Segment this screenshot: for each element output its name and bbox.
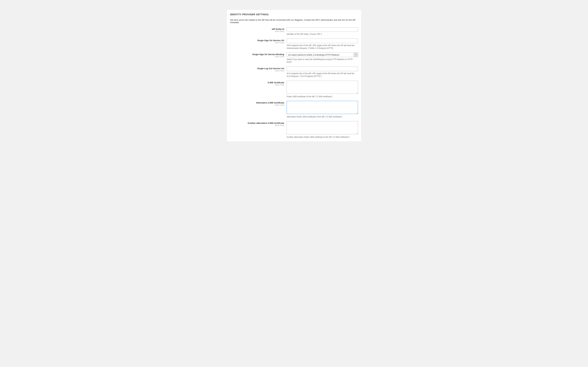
field-row-sso-binding: Single Sign On Service Binding [store vi…	[230, 52, 358, 64]
label-col: Single Log Out Service Url [store view]	[230, 67, 287, 78]
x509-cert-textarea[interactable]	[287, 81, 358, 94]
select-wrap: urn:oasis:names:tc:SAML:2.0:bindings:HTT…	[287, 52, 358, 57]
scope-label: [store view]	[230, 56, 284, 58]
label-col: IdP Entity Id [store view]	[230, 27, 287, 36]
field-row-another-alt-x509-cert: Another alternative X.509 Certificate [s…	[230, 121, 358, 139]
identity-provider-settings-panel: IDENTITY PROVIDER SETTINGS Set here some…	[227, 10, 361, 142]
field-label-another-alt-x509-cert: Another alternative X.509 Certificate	[230, 122, 284, 124]
scope-label: [store view]	[230, 70, 284, 72]
sso-url-input[interactable]	[287, 39, 358, 43]
input-col: Public x509 certificate of the IdP. ("X.…	[287, 81, 358, 98]
label-col: Alternative X.509 Certificate [store vie…	[230, 101, 287, 118]
help-text-another-alt-x509-cert: Another alternative Public x509 certific…	[287, 136, 358, 139]
field-row-idp-entity-id: IdP Entity Id [store view] Identifier of…	[230, 27, 358, 36]
alt-x509-cert-textarea[interactable]	[287, 101, 358, 114]
scope-label: [store view]	[230, 30, 284, 32]
scope-label: [store view]	[230, 104, 284, 106]
label-col: X.509 Certificate [store view]	[230, 81, 287, 98]
panel-title: IDENTITY PROVIDER SETTINGS	[230, 13, 358, 16]
field-label-alt-x509-cert: Alternative X.509 Certificate	[230, 101, 284, 104]
input-col: Identifier of the IdP entity. ("Issuer U…	[287, 27, 358, 36]
panel-description: Set here some info related to the IdP th…	[230, 19, 358, 24]
input-col: SSO endpoint info of the IdP. URL target…	[287, 39, 358, 50]
scope-label: [store view]	[230, 124, 284, 126]
input-col: urn:oasis:names:tc:SAML:2.0:bindings:HTT…	[287, 52, 358, 64]
help-text-idp-entity-id: Identifier of the IdP entity. ("Issuer U…	[287, 33, 358, 36]
field-row-alt-x509-cert: Alternative X.509 Certificate [store vie…	[230, 101, 358, 118]
sso-binding-select[interactable]: urn:oasis:names:tc:SAML:2.0:bindings:HTT…	[287, 52, 358, 57]
help-text-x509-cert: Public x509 certificate of the IdP. ("X.…	[287, 95, 358, 98]
field-label-sso-binding: Single Sign On Service Binding	[230, 53, 284, 56]
field-row-x509-cert: X.509 Certificate [store view] Public x5…	[230, 81, 358, 98]
field-label-sso-url: Single Sign On Service Url	[230, 39, 284, 42]
input-col: Alternative Public x509 certificate of t…	[287, 101, 358, 118]
field-label-slo-url: Single Log Out Service Url	[230, 67, 284, 70]
field-label-x509-cert: X.509 Certificate	[230, 81, 284, 84]
idp-entity-id-input[interactable]	[287, 27, 358, 32]
field-row-sso-url: Single Sign On Service Url [store view] …	[230, 39, 358, 50]
input-col: SLO endpoint info of the IdP. URL target…	[287, 67, 358, 78]
help-text-sso-url: SSO endpoint info of the IdP. URL target…	[287, 44, 358, 50]
another-alt-x509-cert-textarea[interactable]	[287, 121, 358, 134]
label-col: Single Sign On Service Binding [store vi…	[230, 52, 287, 64]
help-text-alt-x509-cert: Alternative Public x509 certificate of t…	[287, 116, 358, 118]
scope-label: [store view]	[230, 84, 284, 86]
label-col: Single Sign On Service Url [store view]	[230, 39, 287, 50]
input-col: Another alternative Public x509 certific…	[287, 121, 358, 139]
help-text-slo-url: SLO endpoint info of the IdP. URL target…	[287, 72, 358, 78]
scope-label: [store view]	[230, 42, 284, 44]
slo-url-input[interactable]	[287, 67, 358, 71]
field-row-slo-url: Single Log Out Service Url [store view] …	[230, 67, 358, 78]
field-label-idp-entity-id: IdP Entity Id	[230, 28, 284, 30]
help-text-sso-binding: Select if you want to send the AuthNRequ…	[287, 58, 358, 64]
label-col: Another alternative X.509 Certificate [s…	[230, 121, 287, 139]
